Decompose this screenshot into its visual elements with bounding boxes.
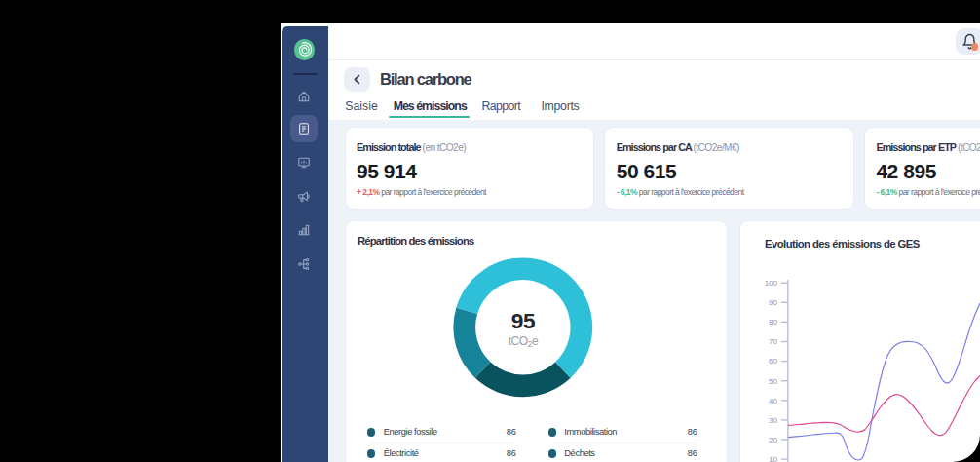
svg-text:80: 80 [769, 318, 777, 327]
svg-text:10: 10 [769, 455, 777, 462]
svg-text:40: 40 [769, 397, 777, 405]
svg-text:50: 50 [769, 377, 777, 386]
svg-text:90: 90 [769, 298, 777, 307]
svg-text:30: 30 [769, 416, 777, 425]
svg-text:70: 70 [769, 337, 777, 346]
svg-text:60: 60 [769, 357, 777, 366]
svg-text:100: 100 [765, 279, 778, 288]
svg-text:20: 20 [769, 436, 777, 444]
